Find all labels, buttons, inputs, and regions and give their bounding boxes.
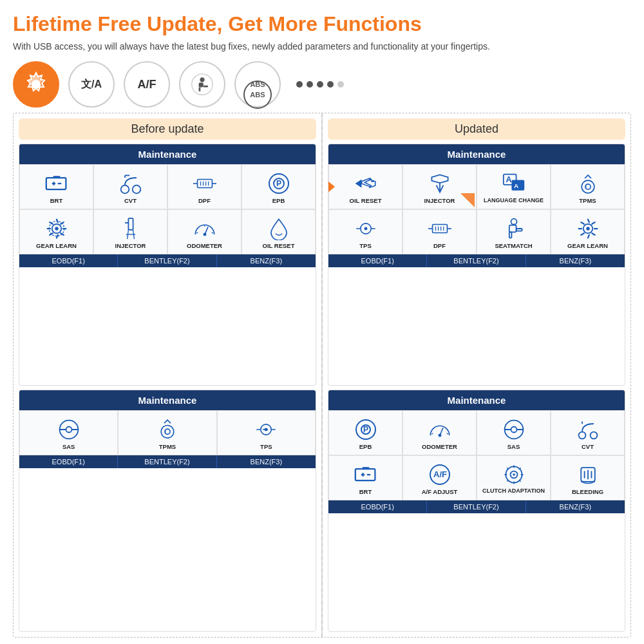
svg-point-26 <box>55 227 58 230</box>
before-brt-item: BRT <box>19 164 93 209</box>
updated-seatmatch-label: SEATMATCH <box>495 242 532 249</box>
updated-brt-label: BRT <box>359 488 372 495</box>
updated-language-item: AA Language Change <box>477 164 551 209</box>
updated-bottom-maint-header: Maintenance <box>328 390 625 410</box>
svg-point-37 <box>66 426 71 432</box>
dot-2 <box>307 81 313 88</box>
svg-text:!: ! <box>585 184 586 190</box>
updated-top-grid: OIL RESET INJECTOR AA Language Change <box>328 164 625 254</box>
svg-text:!: ! <box>165 429 166 435</box>
updated-af-label: A/F ADJUST <box>422 488 458 495</box>
svg-line-75 <box>446 433 448 434</box>
svg-point-40 <box>161 425 174 438</box>
before-bottom-maint-header: Maintenance <box>19 390 316 410</box>
updated-sas-label: SAS <box>507 443 520 450</box>
updated-brt-item: BRT <box>328 455 402 500</box>
title-orange: Get More Functions <box>228 12 421 35</box>
svg-text:A: A <box>514 182 518 189</box>
before-top-grid: BRT CVT DPF P EPB <box>19 164 316 254</box>
before-tps-label: TPS <box>260 443 272 450</box>
svg-point-63 <box>511 218 516 224</box>
before-cvt-item: CVT <box>93 164 167 209</box>
before-tpms-label: TPMS <box>159 443 176 450</box>
before-tps-item: TPS <box>217 410 316 455</box>
updated-injector-label: INJECTOR <box>424 197 455 204</box>
svg-point-55 <box>364 227 367 230</box>
svg-rect-15 <box>197 179 212 187</box>
svg-rect-56 <box>432 224 447 232</box>
before-injector-item: INJECTOR <box>93 209 167 254</box>
updated-bottom-footer-3: BENZ(F3) <box>526 500 625 513</box>
seat-icon <box>179 61 225 108</box>
dot-5 <box>337 81 344 88</box>
svg-rect-3 <box>199 83 204 88</box>
carousel-dots <box>296 81 344 88</box>
before-cvt-label: CVT <box>124 197 137 204</box>
updated-clutch-label: Clutch Adaptation <box>482 488 545 495</box>
before-epb-label: EPB <box>272 197 285 204</box>
svg-rect-4 <box>204 86 208 88</box>
page-title: Lifetime Free Update, Get More Functions <box>13 12 631 36</box>
updated-odometer-item: ODOMETER <box>402 410 477 455</box>
svg-rect-64 <box>509 225 516 232</box>
updated-dpf-item: DPF <box>402 209 477 254</box>
updated-top-footer-3: BENZ(F3) <box>526 254 625 267</box>
svg-rect-6 <box>46 178 66 189</box>
before-oilreset-label: OIL RESET <box>263 242 295 249</box>
svg-rect-28 <box>128 218 133 229</box>
updated-clutch-item: Clutch Adaptation <box>477 455 551 500</box>
svg-text:A: A <box>506 175 511 184</box>
svg-point-81 <box>590 431 597 439</box>
before-bottom-footer: EOBD(F1) BENTLEY(F2) BENZ(F3) <box>19 455 316 468</box>
svg-rect-84 <box>362 467 369 469</box>
updated-oilreset-item: OIL RESET <box>328 164 402 209</box>
dot-3 <box>317 81 323 88</box>
before-gearlearn-item: GEAR LEARN <box>19 209 93 254</box>
svg-rect-66 <box>509 232 511 238</box>
updated-seatmatch-item: SEATMATCH <box>477 209 551 254</box>
svg-point-73 <box>438 433 441 437</box>
updated-label: Updated <box>328 118 625 140</box>
before-top-footer-2: BENTLEY(F2) <box>118 254 216 267</box>
svg-point-80 <box>578 431 585 439</box>
updated-epb-item: P EPB <box>328 410 402 455</box>
before-tpms-item: ! TPMS <box>118 410 216 455</box>
updated-sas-item: SAS <box>477 410 551 455</box>
svg-text:A/F: A/F <box>433 469 447 479</box>
gear-update-icon <box>13 61 59 108</box>
updated-cvt-item: CVT <box>551 410 625 455</box>
before-dpf-item: DPF <box>167 164 242 209</box>
before-top-footer-1: EOBD(F1) <box>19 254 118 267</box>
updated-tps-item: TPS <box>328 209 402 254</box>
updated-bottom-grid: P EPB ODOMETER SAS <box>328 410 625 500</box>
before-bottom-footer-3: BENZ(F3) <box>217 455 316 468</box>
updated-af-item: A/F A/F ADJUST <box>402 455 477 500</box>
updated-language-label: Language Change <box>484 197 544 204</box>
before-gearlearn-label: GEAR LEARN <box>36 242 77 249</box>
before-bottom-grid: SAS ! TPMS TPS <box>19 410 316 455</box>
before-bottom-footer-2: BENTLEY(F2) <box>118 455 216 468</box>
updated-tps-label: TPS <box>359 242 371 249</box>
title-black: Lifetime Free Update, <box>13 12 228 35</box>
updated-bottom-maintenance: Maintenance P EPB ODOMETER SA <box>328 390 625 632</box>
updated-tpms-item: ! TPMS <box>551 164 625 209</box>
svg-point-2 <box>200 78 204 82</box>
svg-rect-5 <box>199 88 201 91</box>
updated-top-footer-1: EOBD(F1) <box>328 254 427 267</box>
updated-gearlearn-item: GEAR LEARN <box>551 209 625 254</box>
before-odometer-item: ODOMETER <box>167 209 242 254</box>
before-sas-item: SAS <box>19 410 118 455</box>
before-oilreset-item: OIL RESET <box>242 209 316 254</box>
feature-icons-row: 文/A A/F ABS ABS <box>13 61 631 108</box>
updated-gearlearn-label: GEAR LEARN <box>567 242 608 249</box>
subtitle: With USB access, you will always have th… <box>13 40 631 53</box>
updated-bottom-footer-2: BENTLEY(F2) <box>427 500 526 513</box>
svg-line-33 <box>196 232 197 233</box>
svg-point-45 <box>265 428 268 431</box>
language-icon: 文/A <box>68 61 115 108</box>
svg-point-32 <box>203 232 206 236</box>
before-epb-item: P EPB <box>242 164 316 209</box>
before-bottom-maintenance: Maintenance SAS ! TPMS TPS <box>19 390 316 632</box>
updated-top-maint-header: Maintenance <box>328 144 625 164</box>
before-top-footer-3: BENZ(F3) <box>217 254 316 267</box>
